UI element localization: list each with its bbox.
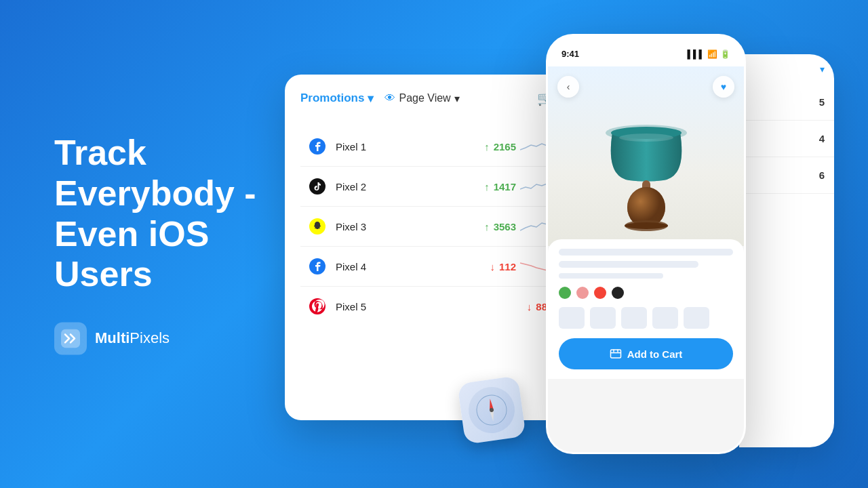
size-opt-2[interactable]: [590, 307, 616, 329]
pixel-value-1: ↑ 2165: [484, 140, 547, 153]
signal-icon: ▌▌▌: [687, 49, 705, 59]
color-pink[interactable]: [576, 287, 589, 299]
size-opt-4[interactable]: [652, 307, 678, 329]
title-skeleton-2: [559, 261, 698, 268]
partial-value-3: 6: [819, 169, 825, 181]
brand-name-part2: Pixels: [130, 330, 170, 347]
lamp-image: [592, 82, 701, 231]
pixel-name-4: Pixel 4: [336, 261, 481, 272]
dashboard-card: Promotions ▾ 👁 Page View ▾ 🛒 Pixel 1 ↑ 2…: [285, 75, 570, 420]
snapchat-icon-3: [307, 216, 328, 237]
brand: MultiPixels: [54, 323, 256, 355]
partial-item-1: 5: [739, 84, 834, 121]
phone-content: ‹ ♥: [548, 66, 744, 452]
promotions-label: Promotions: [300, 92, 364, 105]
brand-name: MultiPixels: [95, 330, 170, 348]
status-icons: ▌▌▌ 📶 🔋: [687, 49, 730, 59]
sparkline-1: [520, 140, 547, 153]
facebook-icon-4: [307, 256, 328, 277]
cart-button-icon: [610, 348, 622, 360]
pixel-number-3: 3563: [494, 221, 516, 232]
brand-logo: [54, 323, 87, 355]
pixel-name-3: Pixel 3: [336, 221, 476, 232]
pixel-row-3: Pixel 3 ↑ 3563: [300, 207, 554, 247]
title-skeleton-1: [559, 249, 733, 256]
pixel-value-4: ↓ 112: [490, 260, 547, 273]
title-skeleton-3: [559, 273, 663, 279]
chevron-icon-partial: ▾: [820, 64, 825, 75]
compass-inner: [466, 384, 518, 436]
size-options: [559, 307, 733, 329]
svg-point-16: [625, 222, 668, 229]
color-red[interactable]: [594, 287, 606, 299]
partial-item-3: 6: [739, 157, 834, 194]
pixel-name-5: Pixel 5: [336, 301, 519, 312]
promotions-button[interactable]: Promotions ▾: [300, 92, 374, 106]
phone-time: 9:41: [561, 49, 579, 59]
partial-value-2: 4: [819, 133, 825, 144]
size-opt-5[interactable]: [684, 307, 709, 329]
add-to-cart-button[interactable]: Add to Cart: [559, 338, 733, 369]
chevron-down-icon: ▾: [368, 92, 374, 106]
headline: TrackEverybody -Even iOSUsers: [54, 133, 256, 295]
dashboard-header: Promotions ▾ 👁 Page View ▾ 🛒: [300, 90, 554, 115]
pixel-value-3: ↑ 3563: [484, 220, 547, 233]
chevron-down-icon2: ▾: [454, 92, 460, 105]
pixel-row-5: Pixel 5 ↓ 88: [300, 287, 554, 326]
pixel-row-1: Pixel 1 ↑ 2165: [300, 127, 554, 167]
pixel-value-5: ↓ 88: [527, 301, 547, 312]
color-options: [559, 287, 733, 299]
up-arrow-1: ↑: [484, 141, 490, 152]
size-opt-3[interactable]: [621, 307, 647, 329]
color-black[interactable]: [612, 287, 624, 299]
facebook-icon-1: [307, 136, 328, 157]
phone-partial: ▾ 5 4 6: [739, 54, 834, 447]
safari-compass-decoration: [457, 375, 526, 445]
pixel-row-4: Pixel 4 ↓ 112: [300, 247, 554, 287]
brand-name-part1: Multi: [95, 330, 130, 347]
pixel-number-4: 112: [499, 261, 516, 272]
add-to-cart-label: Add to Cart: [627, 348, 683, 360]
wifi-icon: 📶: [707, 49, 717, 59]
pixel-name-1: Pixel 1: [336, 141, 476, 152]
sparkline-2: [520, 180, 547, 193]
pixel-value-2: ↑ 1417: [484, 180, 547, 193]
down-arrow-5: ↓: [527, 301, 532, 312]
page-view-label: Page View: [399, 92, 450, 104]
battery-icon: 🔋: [720, 49, 730, 59]
product-image-area: ‹ ♥: [548, 66, 744, 246]
compass-svg: [473, 391, 511, 429]
eye-icon: 👁: [384, 92, 395, 104]
size-opt-1[interactable]: [559, 307, 585, 329]
partial-item-2: 4: [739, 121, 834, 157]
up-arrow-2: ↑: [484, 181, 490, 192]
tiktok-icon-2: [307, 176, 328, 197]
pixel-name-2: Pixel 2: [336, 181, 476, 192]
svg-point-17: [619, 134, 673, 142]
up-arrow-3: ↑: [484, 221, 490, 232]
sparkline-3: [520, 220, 547, 233]
phone-mock: 9:41 ▌▌▌ 📶 🔋 ‹ ♥: [546, 34, 746, 454]
brand-icon: [61, 329, 80, 348]
phone-status-bar: 9:41 ▌▌▌ 📶 🔋: [548, 36, 744, 66]
back-button[interactable]: ‹: [557, 76, 579, 98]
heart-button[interactable]: ♥: [713, 76, 734, 98]
sparkline-4: [520, 260, 547, 273]
partial-value-1: 5: [819, 96, 825, 108]
pinterest-icon-5: [307, 296, 328, 317]
product-details: Add to Cart: [548, 239, 744, 379]
partial-dropdown: ▾: [739, 54, 834, 84]
page-view-button[interactable]: 👁 Page View ▾: [384, 92, 459, 105]
pixel-number-1: 2165: [494, 141, 516, 152]
color-green[interactable]: [559, 287, 571, 299]
down-arrow-4: ↓: [490, 261, 495, 272]
left-section: TrackEverybody -Even iOSUsers MultiPixel…: [54, 133, 256, 354]
pixel-row-2: Pixel 2 ↑ 1417: [300, 167, 554, 207]
svg-rect-0: [61, 329, 80, 348]
pixel-number-2: 1417: [494, 181, 516, 192]
svg-rect-18: [610, 350, 620, 358]
svg-point-2: [309, 178, 326, 195]
